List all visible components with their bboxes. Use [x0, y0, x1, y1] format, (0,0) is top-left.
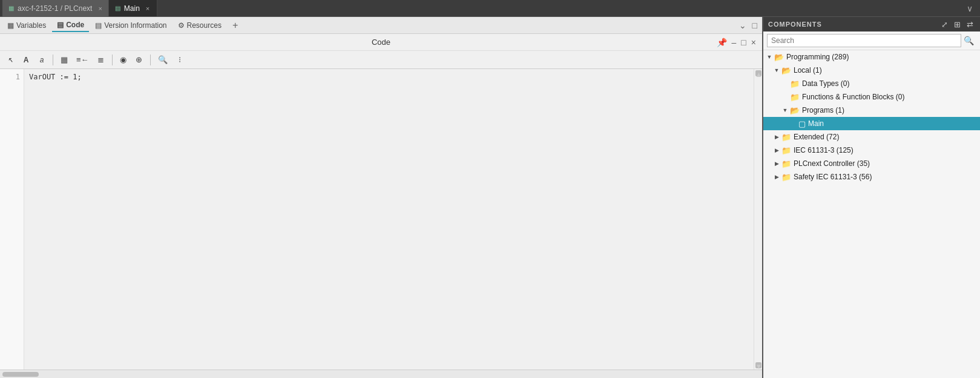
plcnext-ctrl-label: PLCnext Controller (35)	[794, 159, 870, 168]
iec61131-folder-icon: 📁	[781, 146, 791, 155]
datatypes-folder-icon: 📁	[790, 79, 800, 88]
toolbar-sep-1	[53, 55, 53, 65]
tree-item-programs[interactable]: ▼ 📂 Programs (1)	[763, 104, 980, 117]
tab-resources-label: Resources	[187, 21, 222, 30]
tree-item-local[interactable]: ▼ 📂 Local (1)	[763, 64, 980, 77]
programming-label: Programming (289)	[786, 53, 849, 61]
programming-folder-icon: 📂	[774, 53, 784, 62]
search-bar: 🔍	[763, 31, 980, 50]
v-scroll-up[interactable]: ▲	[755, 70, 761, 76]
v-scroll-track	[754, 78, 762, 361]
components-tree[interactable]: ▼ 📂 Programming (289) ▼ 📂 Local (1) ▶ 📁 …	[763, 50, 980, 378]
code-toolbar: ↖ A a ▦ ≡← ≣ ◉ ⊕ 🔍 ⁝	[0, 51, 762, 69]
tab-code-icon: ▤	[57, 21, 64, 29]
programs-label: Programs (1)	[802, 106, 844, 114]
toolbar-indent-btn[interactable]: ≡←	[73, 53, 92, 67]
toolbar-list-btn[interactable]: ≣	[94, 53, 108, 67]
main-label: Main	[808, 119, 824, 128]
v-scrollbar[interactable]: ▲ ▼	[754, 69, 762, 370]
tab-main[interactable]: ▤ Main ×	[109, 0, 157, 16]
iec61131-chevron[interactable]: ▶	[773, 147, 780, 154]
tab-bar-right: ⌄ □	[737, 19, 760, 31]
programs-folder-icon: 📂	[790, 106, 800, 115]
functions-folder-icon: 📁	[790, 93, 800, 102]
tab-plcnext[interactable]: ▦ axc-f-2152-1 / PLCnext ×	[2, 0, 109, 16]
components-header: COMPONENTS ⤢ ⊞ ⇄	[763, 17, 980, 31]
tab-version-label: Version Information	[104, 21, 166, 30]
panel-pin-btn[interactable]: 📌	[715, 36, 728, 48]
toolbar-a-btn[interactable]: a	[35, 53, 48, 67]
panel-close-btn[interactable]: ×	[750, 36, 757, 48]
programs-chevron[interactable]: ▼	[781, 107, 789, 114]
main-container: ▦ Variables ▤ Code ▤ Version Information…	[0, 17, 980, 378]
panel-max-btn[interactable]: □	[740, 36, 747, 48]
toolbar-A-btn[interactable]: A	[19, 53, 33, 67]
code-content[interactable]: VarOUT := 1;	[24, 69, 754, 370]
components-arrows-btn[interactable]: ⇄	[965, 20, 975, 29]
line-num-1: 1	[0, 71, 20, 82]
tab-variables-label: Variables	[16, 21, 46, 30]
code-panel-controls: 📌 – □ ×	[715, 36, 757, 48]
local-folder-icon: 📂	[781, 66, 791, 75]
toolbar-node-btn[interactable]: ◉	[117, 53, 130, 67]
tab-maximize-btn[interactable]: □	[750, 19, 760, 31]
toolbar-add-node-btn[interactable]: ⊕	[133, 53, 146, 67]
components-expand-btn[interactable]: ⤢	[939, 20, 950, 29]
tree-item-extended[interactable]: ▶ 📁 Extended (72)	[763, 130, 980, 144]
toolbar-cursor-btn[interactable]: ↖	[4, 53, 17, 67]
toolbar-sep-2	[112, 55, 113, 65]
extended-chevron[interactable]: ▶	[773, 133, 780, 141]
tree-item-plcnext-controller[interactable]: ▶ 📁 PLCnext Controller (35)	[763, 157, 980, 170]
title-bar: ▦ axc-f-2152-1 / PLCnext × ▤ Main × ∨	[0, 0, 980, 17]
components-grid-btn[interactable]: ⊞	[952, 20, 962, 29]
code-editor: 1 VarOUT := 1; ▲ ▼	[0, 69, 762, 370]
panel-min-btn[interactable]: –	[731, 36, 738, 48]
line-numbers: 1	[0, 69, 24, 370]
search-input[interactable]	[767, 34, 961, 47]
plcnext-ctrl-chevron[interactable]: ▶	[773, 160, 780, 167]
tree-item-iec61131[interactable]: ▶ 📁 IEC 61131-3 (125)	[763, 144, 980, 157]
local-label: Local (1)	[794, 66, 822, 75]
programming-chevron[interactable]: ▼	[766, 53, 773, 61]
functions-label: Functions & Function Blocks (0)	[802, 93, 904, 101]
tab-resources[interactable]: ⚙ Resources	[173, 19, 226, 32]
tab-variables[interactable]: ▦ Variables	[2, 19, 51, 32]
tab-variables-icon: ▦	[7, 21, 14, 30]
h-scroll-thumb[interactable]	[2, 372, 39, 377]
add-tab-button[interactable]: +	[228, 19, 243, 32]
tree-item-safety[interactable]: ▶ 📁 Safety IEC 61131-3 (56)	[763, 170, 980, 184]
tree-item-functions[interactable]: ▶ 📁 Functions & Function Blocks (0)	[763, 90, 980, 104]
plcnext-ctrl-folder-icon: 📁	[781, 159, 791, 168]
toolbar-more-btn[interactable]: ⁝	[173, 53, 186, 67]
tab-code[interactable]: ▤ Code	[52, 19, 89, 32]
tab-plcnext-close[interactable]: ×	[98, 5, 102, 12]
safety-label: Safety IEC 61131-3 (56)	[794, 173, 872, 181]
tree-item-datatypes[interactable]: ▶ 📁 Data Types (0)	[763, 77, 980, 90]
tab-plcnext-label: axc-f-2152-1 / PLCnext	[18, 4, 92, 13]
search-submit-btn[interactable]: 🔍	[961, 35, 976, 47]
components-panel: COMPONENTS ⤢ ⊞ ⇄ 🔍 ▼ 📂 Programming (289)…	[762, 17, 980, 378]
local-chevron[interactable]: ▼	[773, 67, 780, 74]
tab-main-label: Main	[124, 4, 140, 13]
title-bar-right: ∨	[962, 4, 978, 13]
toolbar-search-btn[interactable]: 🔍	[155, 53, 171, 67]
title-chevron-btn[interactable]: ∨	[962, 4, 978, 13]
components-title: COMPONENTS	[768, 21, 822, 28]
tree-item-programming[interactable]: ▼ 📂 Programming (289)	[763, 50, 980, 64]
tab-minimize-btn[interactable]: ⌄	[737, 19, 749, 31]
safety-chevron[interactable]: ▶	[773, 173, 780, 181]
left-panel: ▦ Variables ▤ Code ▤ Version Information…	[0, 17, 762, 378]
code-line-1: VarOUT := 1;	[29, 71, 749, 82]
v-scroll-down[interactable]: ▼	[755, 362, 761, 368]
toolbar-grid-btn[interactable]: ▦	[58, 53, 71, 67]
tab-main-close[interactable]: ×	[146, 5, 150, 12]
tab-version[interactable]: ▤ Version Information	[90, 19, 171, 32]
code-panel: Code 📌 – □ × ↖ A a ▦ ≡← ≣ ◉ ⊕	[0, 34, 762, 378]
tab-code-label: Code	[66, 21, 84, 29]
datatypes-label: Data Types (0)	[802, 79, 849, 88]
code-panel-title: Code	[372, 38, 390, 47]
tree-item-main[interactable]: ▶ ▢ Main	[763, 117, 980, 130]
editor-tab-bar: ▦ Variables ▤ Code ▤ Version Information…	[0, 17, 762, 34]
tab-plcnext-icon: ▦	[8, 5, 14, 12]
h-scrollbar[interactable]	[0, 370, 762, 378]
